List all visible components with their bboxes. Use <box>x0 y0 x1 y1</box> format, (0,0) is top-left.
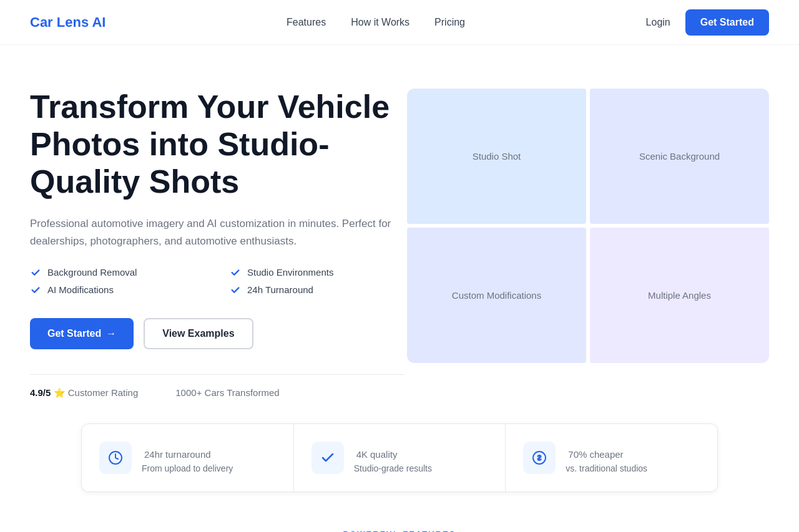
feature-ai-modifications: AI Modifications <box>30 284 205 296</box>
stat-rating: 4.9/5 ⭐ Customer Rating <box>30 387 138 399</box>
clock-icon <box>108 450 123 465</box>
stats-card-cheaper: 70%cheaper vs. traditional studios <box>506 424 717 491</box>
hero-left: Transform Your Vehicle Photos into Studi… <box>30 82 404 399</box>
features-section: POWERFUL FEATURES Three Ways to Transfor… <box>0 492 799 532</box>
dollar-icon-wrap <box>523 442 556 474</box>
check-icon <box>230 284 241 296</box>
feature-studio-environments: Studio Environments <box>230 267 404 278</box>
stats-text-cheaper: 70%cheaper vs. traditional studios <box>566 442 647 473</box>
stats-card-quality: 4Kquality Studio-grade results <box>294 424 506 491</box>
features-label: POWERFUL FEATURES <box>30 530 769 532</box>
stats-card-turnaround: 24hrturnaround From upload to delivery <box>82 424 294 491</box>
get-started-button[interactable]: Get Started → <box>30 318 134 349</box>
feature-background-removal: Background Removal <box>30 267 205 278</box>
stats-bar: 24hrturnaround From upload to delivery 4… <box>81 423 718 492</box>
login-button[interactable]: Login <box>646 17 670 28</box>
photo-grid: Studio Shot Scenic Background Custom Mod… <box>407 89 769 363</box>
photo-cell-scenic-background: Scenic Background <box>590 89 769 224</box>
hero-features-list: Background Removal Studio Environments A… <box>30 267 404 296</box>
hero-divider <box>30 374 404 375</box>
photo-cell-studio-shot: Studio Shot <box>407 89 586 224</box>
photo-cell-multiple-angles: Multiple Angles <box>590 228 769 363</box>
checkmark-icon <box>320 450 335 465</box>
hero-title: Transform Your Vehicle Photos into Studi… <box>30 89 404 200</box>
nav-actions: Login Get Started <box>646 9 769 36</box>
nav-link-features[interactable]: Features <box>287 17 326 27</box>
hero-subtitle: Professional automotive imagery and AI c… <box>30 215 404 249</box>
nav-logo[interactable]: Car Lens AI <box>30 14 105 31</box>
check-icon-wrap <box>311 442 344 474</box>
stats-text-quality: 4Kquality Studio-grade results <box>354 442 432 473</box>
nav-link-pricing[interactable]: Pricing <box>434 17 465 27</box>
feature-24h-turnaround: 24h Turnaround <box>230 284 404 296</box>
hero-section: Transform Your Vehicle Photos into Studi… <box>0 45 799 423</box>
dollar-icon <box>532 450 547 465</box>
stats-text-turnaround: 24hrturnaround From upload to delivery <box>142 442 233 473</box>
hero-right: Studio Shot Scenic Background Custom Mod… <box>407 89 769 363</box>
view-examples-button[interactable]: View Examples <box>144 318 253 349</box>
get-started-nav-button[interactable]: Get Started <box>685 9 769 36</box>
hero-buttons: Get Started → View Examples <box>30 318 404 349</box>
nav-links: Features How it Works Pricing <box>287 17 465 28</box>
stat-cars-transformed: 1000+ Cars Transformed <box>175 387 279 398</box>
hero-stats: 4.9/5 ⭐ Customer Rating 1000+ Cars Trans… <box>30 387 404 399</box>
clock-icon-wrap <box>99 442 132 474</box>
check-icon <box>30 267 41 278</box>
check-icon <box>30 284 41 296</box>
photo-cell-custom-modifications: Custom Modifications <box>407 228 586 363</box>
navbar: Car Lens AI Features How it Works Pricin… <box>0 0 799 45</box>
check-icon <box>230 267 241 278</box>
nav-link-how-it-works[interactable]: How it Works <box>351 17 409 27</box>
